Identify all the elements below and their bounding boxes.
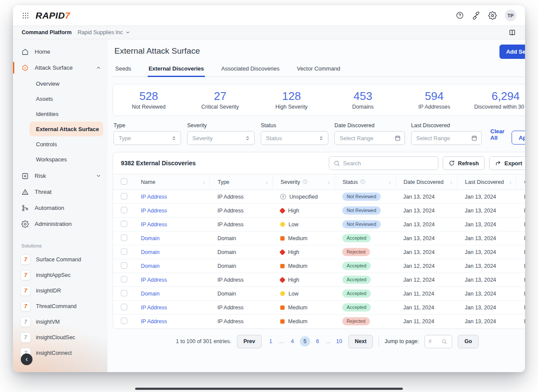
row-checkbox[interactable] [121,221,127,227]
attack-surface-icon [21,64,29,72]
tab[interactable]: Seeds [114,63,132,77]
row-name-link[interactable]: Domain [141,263,159,269]
add-seeds-button[interactable]: Add Seeds [499,45,525,59]
sidebar-collapse-button[interactable] [21,353,32,365]
row-checkbox[interactable] [121,235,127,241]
search-input[interactable] [343,160,434,167]
row-name-link[interactable]: Domain [141,291,159,297]
row-name-link[interactable]: IP Address [141,277,167,283]
app-launcher-grid-icon[interactable] [22,12,29,19]
row-checkbox[interactable] [121,318,127,324]
sidebar-subitem[interactable]: Overview [13,76,103,91]
sidebar-item-label: Attack Surface [35,64,73,71]
status-badge: Accepted [342,234,371,242]
tab[interactable]: External Discoveries [148,63,205,77]
sidebar-item-automation[interactable]: Automation [13,200,107,216]
filter-select[interactable]: Type [113,131,181,145]
sidebar-subitem[interactable]: Controls [13,137,103,151]
solution-item[interactable]: 7 insightCloudSec [13,330,107,345]
page-number[interactable]: 10 [336,338,343,344]
info-icon[interactable]: ⓘ [360,179,365,185]
solution-item[interactable]: 7 Surface Command [13,252,107,267]
go-button[interactable]: Go [458,335,478,348]
apply-button[interactable]: Apply [512,131,525,145]
sidebar-item-administration[interactable]: Administration [13,216,107,232]
column-header[interactable]: Status ⓘ ↓ [334,174,395,190]
filter-select[interactable]: Status [261,131,328,145]
row-name-link[interactable]: IP Address [141,194,167,200]
filter-label: Last Discovered [411,122,482,129]
refresh-button[interactable]: Refresh [443,156,485,170]
dock-bar [135,388,403,390]
status-badge: Rejected [342,317,369,325]
status-badge: Accepted [342,276,371,284]
row-checkbox[interactable] [121,276,127,283]
plugin-icon[interactable] [472,11,480,20]
clear-all-button[interactable]: Clear All [490,128,505,141]
filters-bar: Type Type Severity Severity Status Statu… [113,122,525,145]
solutions-list: 7 Surface Command 7 insightAppSec 7 insi… [13,252,107,361]
rapid7-badge-icon: 7 [20,317,31,327]
page-number[interactable]: 6 [314,338,321,344]
help-icon[interactable] [456,11,464,19]
solutions-section-label: Solutions [13,243,107,248]
jump-to-page-input[interactable] [428,338,440,344]
next-page-button[interactable]: Next [348,335,373,348]
rapid7-badge-icon: 7 [20,332,31,343]
sidebar-subitem-label: Controls [36,141,57,148]
solution-item[interactable]: 7 insightVM [13,314,107,330]
solution-item[interactable]: 7 insightAppSec [13,267,107,283]
column-header[interactable]: Date Discovered ↓ [395,174,457,190]
export-button[interactable]: Export [489,156,525,170]
date-range-picker[interactable]: Select Range [411,131,482,145]
solution-item[interactable]: 7 insightIDR [13,283,107,299]
solution-item[interactable]: 7 ThreatCommand [13,299,107,314]
select-all-checkbox[interactable] [121,178,127,185]
user-avatar[interactable]: TP [505,10,516,21]
search-icon [334,160,340,167]
org-selector[interactable]: Rapid Supplies Inc [78,29,130,35]
row-name-link[interactable]: IP Address [141,222,167,228]
row-name-link[interactable]: Domain [141,235,159,241]
risk-icon [21,172,29,180]
tab[interactable]: Vector Command [296,63,341,77]
date-range-picker[interactable]: Select Range [334,131,405,145]
filter-placeholder: Type [119,135,131,141]
solution-label: insightVM [36,319,60,325]
sidebar-item-risk[interactable]: Risk [13,168,107,184]
row-checkbox[interactable] [121,290,127,296]
row-name-link[interactable]: IP Address [141,318,167,325]
prev-page-button[interactable]: Prev [237,335,262,348]
page-number[interactable]: 4 [289,338,296,344]
sidebar-item-home[interactable]: Home [13,44,107,60]
sidebar-subitem[interactable]: Workspaces [13,152,103,167]
page-number[interactable]: 1 [267,338,274,344]
column-header[interactable]: Name ↓ [133,174,210,190]
row-checkbox[interactable] [121,207,127,213]
sidebar-subitem[interactable]: Assets [13,91,103,106]
row-checkbox[interactable] [121,248,127,255]
filter-select[interactable]: Severity [187,131,255,145]
column-header[interactable]: Severity ⓘ ↓ [272,174,334,190]
column-header[interactable]: Type ↓ [210,174,272,190]
row-name-link[interactable]: IP Address [141,208,167,214]
row-checkbox[interactable] [121,262,127,269]
sidebar-item-attack-surface[interactable]: Attack Surface [13,60,107,76]
row-owner: RAPID [524,263,525,269]
solution-label: insightConnect [36,350,72,356]
sidebar-item-threat[interactable]: Threat [13,184,107,200]
row-checkbox[interactable] [121,304,127,310]
table-body: IP Address IP Address ? Unspecified Not … [113,190,525,328]
page-number[interactable]: 5 [300,336,310,347]
sidebar-subitem[interactable]: Identities [13,106,103,121]
column-header[interactable]: Last Discovered ↓ [457,174,516,190]
tab[interactable]: Associated Discoveries [220,63,280,77]
docs-book-icon[interactable] [508,29,516,37]
sidebar-subitem[interactable]: External Attack Surface [29,122,103,136]
info-icon[interactable]: ⓘ [303,179,308,185]
row-name-link[interactable]: IP Address [141,305,167,311]
column-header[interactable]: Owner ↓ [516,174,525,190]
row-checkbox[interactable] [121,193,127,199]
gear-icon[interactable] [488,11,497,20]
row-name-link[interactable]: Domain [141,249,159,255]
